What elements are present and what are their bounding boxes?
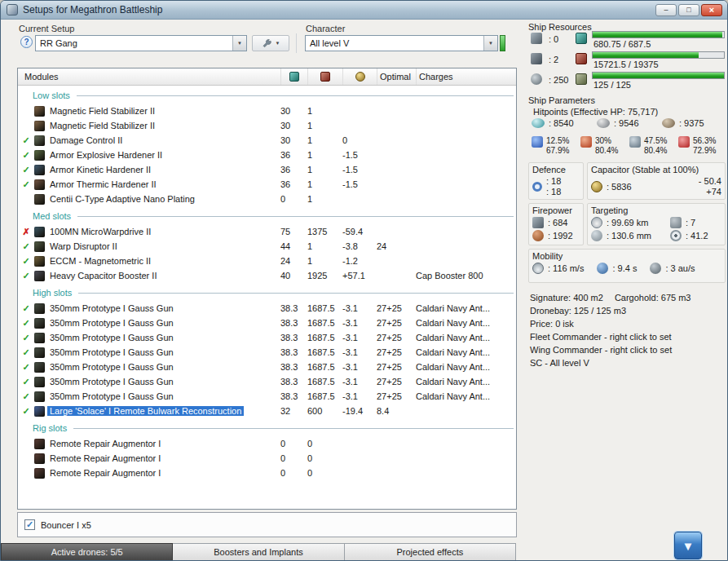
module-row[interactable]: Heavy Capacitor Booster II 40 1925 +57.1… bbox=[18, 268, 516, 283]
module-row[interactable]: Armor Kinetic Hardener II 36 1 -1.5 bbox=[18, 162, 516, 177]
module-cpu: 38.3 bbox=[280, 347, 307, 357]
charges-column-header[interactable]: Charges bbox=[416, 68, 516, 85]
powergrid-value: 15721.5 / 19375 bbox=[592, 59, 725, 69]
module-icon bbox=[34, 179, 45, 190]
module-powergrid: 1687.5 bbox=[307, 318, 342, 328]
module-row[interactable]: 350mm Prototype I Gauss Gun 38.3 1687.5 … bbox=[18, 345, 516, 360]
module-cap-use: -1.5 bbox=[342, 150, 377, 160]
module-row[interactable]: 350mm Prototype I Gauss Gun 38.3 1687.5 … bbox=[18, 389, 516, 404]
module-row[interactable]: Remote Repair Augmentor I 0 0 bbox=[18, 451, 516, 466]
module-name: Armor Explosive Hardener II bbox=[47, 150, 165, 160]
armor-em-resist: 67.9% bbox=[546, 146, 569, 156]
targeting-title: Targeting bbox=[591, 205, 721, 215]
section-header: Rig slots bbox=[18, 420, 516, 436]
setup-combobox-arrow[interactable]: ▼ bbox=[232, 36, 246, 51]
structure-icon bbox=[662, 118, 675, 128]
module-name: 100MN MicroWarpdrive II bbox=[47, 227, 153, 236]
armor-kinetic-resist: 80.4% bbox=[644, 146, 667, 156]
price: Price: 0 isk bbox=[530, 317, 690, 330]
module-row[interactable]: Armor Thermic Hardener II 36 1 -1.5 bbox=[18, 177, 516, 192]
module-row[interactable]: 350mm Prototype I Gauss Gun 38.3 1687.5 … bbox=[18, 330, 516, 345]
module-optimal: 27+25 bbox=[377, 377, 416, 387]
module-icon bbox=[34, 333, 45, 343]
list-header: Modules Optimal Charges bbox=[18, 68, 516, 86]
fit-status-icon bbox=[18, 377, 34, 387]
module-icon bbox=[34, 271, 45, 281]
module-row[interactable]: 100MN MicroWarpdrive II 75 1375 -59.4 bbox=[18, 224, 516, 239]
module-powergrid: 1687.5 bbox=[307, 347, 342, 357]
cpu-bar bbox=[592, 31, 725, 38]
module-icon bbox=[34, 318, 45, 329]
module-name: Armor Kinetic Hardener II bbox=[47, 165, 153, 174]
module-name: Damage Control II bbox=[47, 135, 125, 145]
module-name: 350mm Prototype I Gauss Gun bbox=[47, 333, 176, 342]
module-name: ECCM - Magnetometric II bbox=[47, 256, 153, 266]
modules-column-header[interactable]: Modules bbox=[18, 72, 280, 82]
module-cpu: 30 bbox=[280, 106, 307, 116]
calibration-value: : 250 bbox=[549, 75, 568, 85]
section-title: Rig slots bbox=[33, 423, 67, 433]
low-slots-rows: Magnetic Field Stabilizer II 30 1 Magnet… bbox=[18, 104, 516, 206]
fleet-commander-setting[interactable]: Fleet Commander - right click to set bbox=[530, 330, 690, 343]
wing-commander-setting[interactable]: Wing Commander - right click to set bbox=[530, 343, 690, 356]
module-row[interactable]: Warp Disruptor II 44 1 -3.8 24 bbox=[18, 239, 516, 254]
mobility-title: Mobility bbox=[532, 251, 721, 261]
character-combobox-arrow[interactable]: ▼ bbox=[483, 36, 497, 51]
character-combobox[interactable]: All level V ▼ bbox=[305, 35, 498, 51]
module-optimal: 27+25 bbox=[377, 303, 416, 313]
fit-status-icon bbox=[18, 256, 34, 267]
drone-label[interactable]: Bouncer I x5 bbox=[41, 520, 91, 530]
help-icon[interactable]: ? bbox=[20, 36, 33, 48]
optimal-column-header[interactable]: Optimal bbox=[377, 68, 416, 85]
tab-boosters-implants[interactable]: Boosters and Implants bbox=[173, 543, 344, 561]
module-optimal: 8.4 bbox=[377, 406, 416, 416]
minimize-button[interactable]: – bbox=[655, 4, 677, 16]
cpu-icon bbox=[576, 33, 587, 44]
module-optimal: 27+25 bbox=[377, 333, 416, 342]
module-icon bbox=[34, 194, 45, 205]
module-icon bbox=[34, 453, 45, 464]
explosive-damage-icon bbox=[580, 136, 592, 148]
module-powergrid: 1 bbox=[307, 256, 342, 266]
module-cpu: 40 bbox=[280, 271, 307, 280]
tab-active-drones[interactable]: Active drones: 5/5 bbox=[1, 543, 173, 561]
module-row[interactable]: Centii C-Type Adaptive Nano Plating 0 1 bbox=[18, 192, 516, 206]
module-row[interactable]: 350mm Prototype I Gauss Gun 38.3 1687.5 … bbox=[18, 316, 516, 330]
rig-slots-rows: Remote Repair Augmentor I 0 0 Remote Rep… bbox=[18, 436, 516, 480]
maximize-button[interactable]: □ bbox=[678, 4, 699, 16]
module-cpu: 38.3 bbox=[280, 362, 307, 372]
module-cap-use: -3.1 bbox=[342, 333, 377, 342]
med-slots-rows: 100MN MicroWarpdrive II 75 1375 -59.4 Wa… bbox=[18, 224, 516, 283]
module-icon bbox=[34, 241, 45, 252]
module-icon bbox=[34, 468, 45, 479]
fit-status-icon bbox=[18, 241, 34, 252]
capacitor-drain: - 50.4 bbox=[699, 176, 721, 187]
module-row[interactable]: Large 'Solace' I Remote Bulwark Reconstr… bbox=[18, 404, 516, 418]
module-row[interactable]: 350mm Prototype I Gauss Gun 38.3 1687.5 … bbox=[18, 301, 516, 316]
titlebar[interactable]: Setups for Megathron Battleship – □ × bbox=[1, 1, 727, 20]
module-row[interactable]: ECCM - Magnetometric II 24 1 -1.2 bbox=[18, 254, 516, 268]
capacitor-box: Capacitor (Stable at 100%) : 5836 - 50.4… bbox=[587, 162, 726, 200]
module-cpu: 36 bbox=[280, 179, 307, 189]
ship-info-block: Signature: 400 m2 Cargohold: 675 m3 Dron… bbox=[530, 291, 690, 369]
module-row[interactable]: 350mm Prototype I Gauss Gun 38.3 1687.5 … bbox=[18, 360, 516, 374]
module-row[interactable]: Remote Repair Augmentor I 0 0 bbox=[18, 466, 516, 480]
shield-icon bbox=[532, 118, 545, 128]
setup-combobox[interactable]: RR Gang ▼ bbox=[35, 35, 247, 51]
module-row[interactable]: Armor Explosive Hardener II 36 1 -1.5 bbox=[18, 148, 516, 162]
module-row[interactable]: Magnetic Field Stabilizer II 30 1 bbox=[18, 104, 516, 118]
module-row[interactable]: Magnetic Field Stabilizer II 30 1 bbox=[18, 118, 516, 133]
module-cap-use: 0 bbox=[342, 135, 377, 145]
squad-commander-setting[interactable]: SC - All level V bbox=[530, 356, 690, 369]
module-row[interactable]: Damage Control II 30 1 0 bbox=[18, 133, 516, 148]
module-icon bbox=[34, 439, 45, 449]
tab-projected-effects[interactable]: Projected effects bbox=[345, 543, 516, 561]
capacitor-title: Capacitor (Stable at 100%) bbox=[591, 165, 721, 174]
drone-checkbox[interactable]: ✓ bbox=[24, 519, 35, 530]
close-button[interactable]: × bbox=[701, 4, 722, 16]
fit-status-icon bbox=[18, 135, 34, 146]
module-row[interactable]: Remote Repair Augmentor I 0 0 bbox=[18, 436, 516, 451]
module-row[interactable]: 350mm Prototype I Gauss Gun 38.3 1687.5 … bbox=[18, 374, 516, 389]
fit-status-icon bbox=[18, 303, 34, 314]
setup-tools-button[interactable]: ▼ bbox=[252, 35, 289, 51]
